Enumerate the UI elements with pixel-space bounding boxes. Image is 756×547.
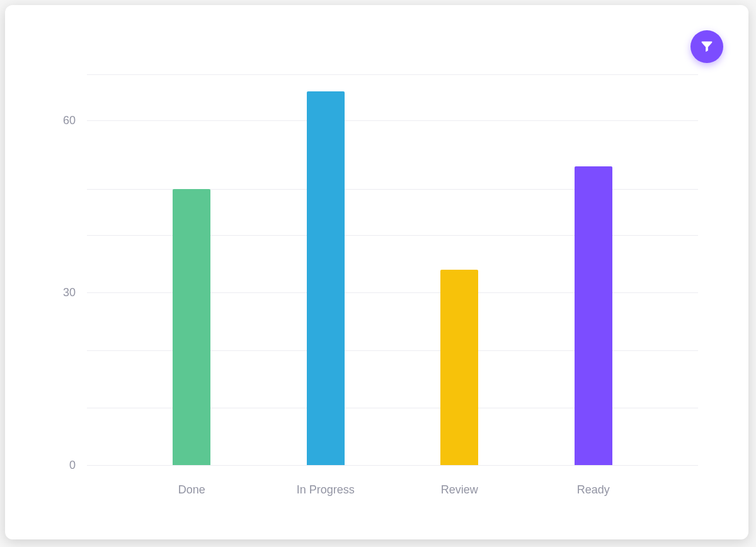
bar-done[interactable] xyxy=(173,189,210,465)
bar-slot xyxy=(575,74,612,465)
bar-chart: 03060 DoneIn ProgressReviewReady xyxy=(30,30,723,514)
filter-button[interactable] xyxy=(690,30,723,63)
bar-ready[interactable] xyxy=(575,166,612,465)
plot-area xyxy=(87,74,698,465)
bar-slot xyxy=(173,74,210,465)
y-tick-label: 30 xyxy=(38,286,76,299)
gridline xyxy=(87,465,698,466)
bar-slot xyxy=(440,74,478,465)
bar-slot xyxy=(307,74,345,465)
filter-icon xyxy=(700,39,714,55)
y-tick-label: 60 xyxy=(38,113,76,127)
bar-review[interactable] xyxy=(440,270,478,465)
x-axis-labels: DoneIn ProgressReviewReady xyxy=(87,483,698,497)
x-tick-label: Done xyxy=(154,483,229,497)
y-tick-label: 0 xyxy=(38,459,76,472)
chart-card: 03060 DoneIn ProgressReviewReady xyxy=(5,5,748,539)
x-tick-label: Review xyxy=(421,483,497,497)
x-tick-label: Ready xyxy=(556,483,631,497)
bar-in-progress[interactable] xyxy=(307,91,345,465)
x-tick-label: In Progress xyxy=(288,483,364,497)
bars-row xyxy=(87,74,698,465)
